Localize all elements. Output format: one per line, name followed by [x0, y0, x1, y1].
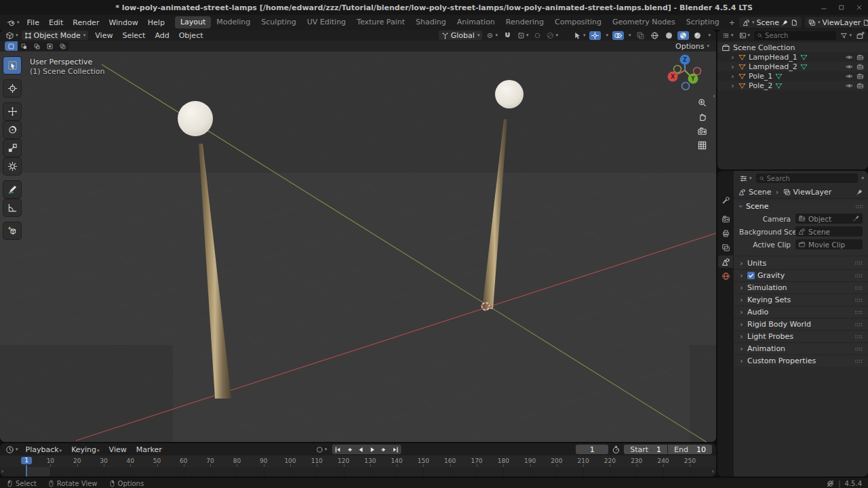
next-keyframe-button[interactable] — [378, 445, 389, 454]
properties-tab-tool[interactable] — [718, 194, 733, 206]
new-viewlayer-icon[interactable] — [863, 19, 868, 26]
timeline-menu-playback[interactable]: Playback▾ — [21, 445, 67, 454]
properties-tab-world[interactable] — [718, 270, 733, 282]
select-mode-invert[interactable] — [43, 41, 56, 51]
select-mode-subtract[interactable] — [31, 41, 43, 51]
section-units[interactable]: ›Units — [734, 257, 868, 269]
outliner-row-lamphead-2[interactable]: ›LampHead_2 — [717, 62, 868, 71]
tool-transform[interactable] — [3, 158, 21, 175]
shading-solid-button[interactable] — [663, 31, 675, 40]
select-mode-set[interactable] — [5, 41, 18, 51]
outliner-display-mode-button[interactable]: ▾ — [721, 32, 735, 39]
breadcrumb-viewlayer[interactable]: ViewLayer — [793, 188, 832, 197]
timeline-editor[interactable]: ▾ Playback▾Keying▾ViewMarker ▾ 1 — [0, 443, 716, 476]
tool-rotate[interactable] — [3, 121, 21, 138]
gizmo-neg-y[interactable] — [674, 66, 682, 73]
select-mode-intersect[interactable] — [56, 41, 69, 51]
viewport-menu-object[interactable]: Object — [174, 31, 208, 40]
xray-toggle[interactable] — [635, 31, 646, 40]
mode-selector[interactable]: Object Mode▾ — [22, 30, 89, 40]
menu-file[interactable]: File — [22, 17, 44, 28]
stopwatch-icon[interactable] — [612, 445, 620, 454]
timeline-ruler[interactable]: 1 10203040506070809010011012013014015016… — [0, 455, 716, 467]
add-workspace-button[interactable]: + — [725, 18, 739, 27]
menu-edit[interactable]: Edit — [44, 17, 68, 28]
tool-select-box[interactable] — [3, 57, 21, 74]
select-mode-extend[interactable] — [18, 41, 31, 51]
channel-expand-icon[interactable]: › — [1, 468, 4, 474]
snap-target-button[interactable]: ▾ — [516, 32, 530, 39]
tool-options-dropdown[interactable]: Options▾ — [673, 42, 711, 51]
shading-dropdown[interactable]: ▾ — [706, 33, 712, 38]
breadcrumb-scene[interactable]: Scene — [749, 188, 772, 197]
previous-keyframe-button[interactable] — [343, 445, 355, 454]
workspace-tab-layout[interactable]: Layout — [175, 16, 211, 28]
proportional-falloff-button[interactable]: ▾ — [545, 32, 559, 39]
zoom-icon[interactable] — [697, 98, 707, 108]
expand-icon[interactable]: › — [730, 73, 736, 80]
properties-tab-output[interactable] — [718, 227, 733, 239]
editor-type-button[interactable]: ▾ — [4, 31, 20, 40]
pin-icon[interactable] — [856, 188, 863, 196]
outliner-filter-button[interactable]: ▾ — [839, 32, 853, 39]
workspace-tab-rendering[interactable]: Rendering — [500, 16, 549, 28]
expand-icon[interactable]: › — [730, 82, 736, 89]
outliner-row-pole-1[interactable]: ›Pole_1 — [717, 71, 868, 81]
properties-tab-view-layer[interactable] — [718, 241, 733, 253]
shading-material-button[interactable] — [677, 31, 689, 40]
pivot-point-button[interactable]: ▾ — [485, 32, 499, 39]
3d-viewport[interactable]: ▾ Object Mode▾ ViewSelectAddObject Globa… — [0, 30, 716, 442]
snap-toggle[interactable] — [502, 31, 513, 40]
tool-measure[interactable] — [3, 199, 21, 216]
3d-scene[interactable] — [0, 52, 716, 442]
pin-icon[interactable] — [781, 19, 789, 26]
menu-render[interactable]: Render — [68, 17, 104, 28]
tool-annotate[interactable] — [3, 181, 21, 198]
jump-to-end-button[interactable] — [389, 445, 401, 454]
menu-window[interactable]: Window — [104, 17, 142, 28]
shading-rendered-button[interactable] — [692, 31, 703, 40]
section-light-probes[interactable]: ›Light Probes — [734, 330, 868, 342]
menu-help[interactable]: Help — [143, 17, 170, 28]
property-field-background-scene[interactable]: Scene — [795, 226, 863, 237]
scene-selector[interactable]: ▾ Scene — [739, 17, 802, 28]
gizmo-dropdown[interactable]: ▾ — [604, 33, 610, 38]
outliner-search-input[interactable] — [765, 32, 833, 39]
minimize-icon[interactable] — [821, 4, 827, 11]
blender-menu-button[interactable]: ▾ — [4, 18, 22, 27]
section-custom-properties[interactable]: ›Custom Properties — [734, 354, 868, 367]
show-gizmo-toggle[interactable] — [589, 31, 601, 40]
end-frame-field[interactable]: End10 — [668, 445, 712, 454]
section-rigid-body-world[interactable]: ›Rigid Body World — [734, 318, 868, 330]
camera-view-icon[interactable] — [697, 126, 707, 136]
outliner-row-lamphead-1[interactable]: ›LampHead_1 — [717, 52, 868, 62]
tool-cursor[interactable] — [3, 80, 21, 97]
outliner-search[interactable] — [754, 31, 836, 40]
properties-options-icon[interactable]: ▾ — [861, 176, 864, 181]
outliner-row-pole-2[interactable]: ›Pole_2 — [717, 81, 868, 90]
jump-to-start-button[interactable] — [332, 445, 343, 454]
overlays-dropdown[interactable]: ▾ — [627, 33, 633, 38]
play-button[interactable] — [366, 445, 378, 454]
workspace-tab-uv-editing[interactable]: UV Editing — [302, 16, 351, 28]
navigation-gizmo[interactable]: Z X Y — [665, 50, 707, 92]
timeline-menu-view[interactable]: View — [104, 445, 132, 454]
playhead-badge[interactable]: 1 — [21, 457, 32, 464]
workspace-tab-shading[interactable]: Shading — [410, 16, 452, 28]
viewport-menu-view[interactable]: View — [90, 31, 117, 40]
tool-scale[interactable] — [3, 140, 21, 157]
show-overlays-toggle[interactable] — [612, 31, 624, 40]
close-icon[interactable] — [856, 4, 863, 11]
section-gravity[interactable]: ›Gravity — [734, 269, 868, 281]
workspace-tab-animation[interactable]: Animation — [452, 16, 500, 28]
new-collection-icon[interactable] — [856, 31, 865, 40]
show-object-types-button[interactable]: ▾ — [572, 31, 587, 40]
timeline-editor-type-button[interactable]: ▾ — [4, 445, 20, 454]
section-keying-sets[interactable]: ›Keying Sets — [734, 293, 868, 306]
workspace-tab-texture-paint[interactable]: Texture Paint — [351, 16, 410, 28]
playhead-line[interactable] — [26, 465, 27, 476]
properties-tab-scene[interactable] — [718, 256, 733, 268]
property-field-camera[interactable]: Object — [795, 214, 863, 224]
shading-wireframe-button[interactable] — [649, 31, 660, 40]
ortho-toggle-icon[interactable] — [697, 140, 707, 150]
